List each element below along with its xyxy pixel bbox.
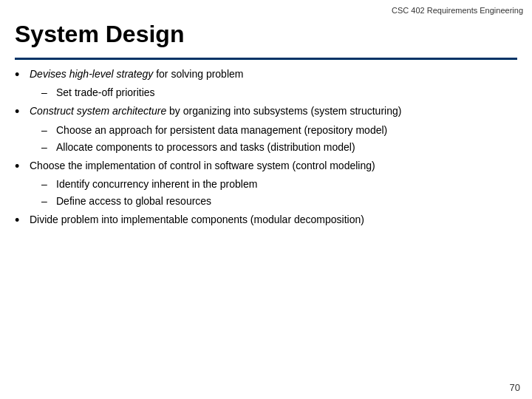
- bullet-text: Divide problem into implementable compon…: [30, 212, 517, 228]
- sub-text: Allocate components to processors and ta…: [56, 140, 517, 155]
- course-label: CSC 402 Requirements Engineering: [392, 6, 523, 15]
- italic-text: Devises high-level strategy: [30, 68, 153, 80]
- bullet-dot: •: [15, 103, 30, 120]
- italic-text: Construct system architecture: [30, 105, 166, 117]
- page-number: 70: [510, 382, 520, 393]
- sub-list-item: – Define access to global resources: [15, 194, 517, 209]
- sub-dash: –: [41, 85, 56, 100]
- sub-dash: –: [41, 140, 56, 155]
- bullet-dot: •: [15, 212, 30, 229]
- sub-list-item: – Allocate components to processors and …: [15, 140, 517, 155]
- sub-text: Set trade-off priorities: [56, 85, 517, 100]
- sub-text: Identify concurrency inherent in the pro…: [56, 177, 517, 192]
- sub-dash: –: [41, 194, 56, 209]
- bullet-text: Devises high-level strategy for solving …: [30, 66, 517, 82]
- bullet-dot: •: [15, 158, 30, 175]
- sub-text: Choose an approach for persistent data m…: [56, 123, 517, 138]
- list-item: • Choose the implementation of control i…: [15, 158, 517, 175]
- sub-text: Define access to global resources: [56, 194, 517, 209]
- sub-list-item: – Choose an approach for persistent data…: [15, 123, 517, 138]
- slide-title: System Design: [15, 21, 184, 48]
- bullet-text: Choose the implementation of control in …: [30, 158, 517, 174]
- sub-list-item: – Identify concurrency inherent in the p…: [15, 177, 517, 192]
- sub-dash: –: [41, 123, 56, 138]
- list-item: • Divide problem into implementable comp…: [15, 212, 517, 229]
- sub-list-item: – Set trade-off priorities: [15, 85, 517, 100]
- list-item: • Construct system architecture by organ…: [15, 103, 517, 120]
- bullet-text: Construct system architecture by organiz…: [30, 103, 517, 119]
- title-divider: [15, 58, 517, 60]
- bullet-dot: •: [15, 66, 30, 83]
- slide-content: • Devises high-level strategy for solvin…: [15, 66, 517, 377]
- list-item: • Devises high-level strategy for solvin…: [15, 66, 517, 83]
- sub-dash: –: [41, 177, 56, 192]
